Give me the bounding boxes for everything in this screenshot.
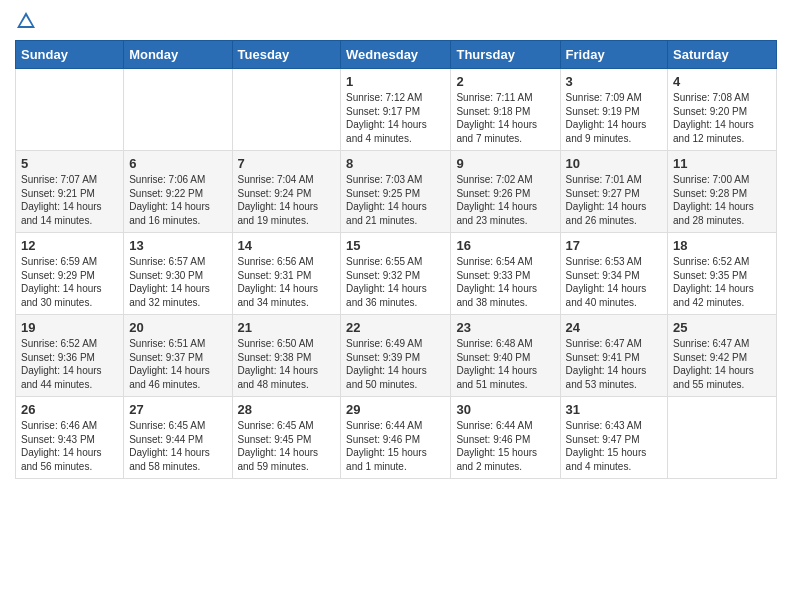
weekday-header-tuesday: Tuesday bbox=[232, 41, 341, 69]
calendar-cell: 3Sunrise: 7:09 AM Sunset: 9:19 PM Daylig… bbox=[560, 69, 667, 151]
calendar-cell: 18Sunrise: 6:52 AM Sunset: 9:35 PM Dayli… bbox=[668, 233, 777, 315]
day-number: 23 bbox=[456, 320, 554, 335]
calendar-cell: 9Sunrise: 7:02 AM Sunset: 9:26 PM Daylig… bbox=[451, 151, 560, 233]
day-info: Sunrise: 7:07 AM Sunset: 9:21 PM Dayligh… bbox=[21, 173, 118, 227]
weekday-header-thursday: Thursday bbox=[451, 41, 560, 69]
day-number: 13 bbox=[129, 238, 226, 253]
calendar-cell: 11Sunrise: 7:00 AM Sunset: 9:28 PM Dayli… bbox=[668, 151, 777, 233]
calendar-cell: 13Sunrise: 6:57 AM Sunset: 9:30 PM Dayli… bbox=[124, 233, 232, 315]
calendar-week-row: 5Sunrise: 7:07 AM Sunset: 9:21 PM Daylig… bbox=[16, 151, 777, 233]
calendar-body: 1Sunrise: 7:12 AM Sunset: 9:17 PM Daylig… bbox=[16, 69, 777, 479]
calendar-cell: 22Sunrise: 6:49 AM Sunset: 9:39 PM Dayli… bbox=[341, 315, 451, 397]
calendar-week-row: 26Sunrise: 6:46 AM Sunset: 9:43 PM Dayli… bbox=[16, 397, 777, 479]
day-number: 4 bbox=[673, 74, 771, 89]
calendar-cell bbox=[668, 397, 777, 479]
day-info: Sunrise: 7:06 AM Sunset: 9:22 PM Dayligh… bbox=[129, 173, 226, 227]
day-info: Sunrise: 6:45 AM Sunset: 9:45 PM Dayligh… bbox=[238, 419, 336, 473]
day-info: Sunrise: 6:46 AM Sunset: 9:43 PM Dayligh… bbox=[21, 419, 118, 473]
day-info: Sunrise: 6:45 AM Sunset: 9:44 PM Dayligh… bbox=[129, 419, 226, 473]
calendar-cell: 8Sunrise: 7:03 AM Sunset: 9:25 PM Daylig… bbox=[341, 151, 451, 233]
day-info: Sunrise: 6:59 AM Sunset: 9:29 PM Dayligh… bbox=[21, 255, 118, 309]
calendar-cell: 12Sunrise: 6:59 AM Sunset: 9:29 PM Dayli… bbox=[16, 233, 124, 315]
calendar-cell: 23Sunrise: 6:48 AM Sunset: 9:40 PM Dayli… bbox=[451, 315, 560, 397]
day-info: Sunrise: 6:50 AM Sunset: 9:38 PM Dayligh… bbox=[238, 337, 336, 391]
weekday-header-sunday: Sunday bbox=[16, 41, 124, 69]
day-info: Sunrise: 7:08 AM Sunset: 9:20 PM Dayligh… bbox=[673, 91, 771, 145]
day-number: 25 bbox=[673, 320, 771, 335]
calendar-cell: 30Sunrise: 6:44 AM Sunset: 9:46 PM Dayli… bbox=[451, 397, 560, 479]
weekday-header-friday: Friday bbox=[560, 41, 667, 69]
calendar-cell bbox=[16, 69, 124, 151]
day-info: Sunrise: 6:55 AM Sunset: 9:32 PM Dayligh… bbox=[346, 255, 445, 309]
calendar-cell: 29Sunrise: 6:44 AM Sunset: 9:46 PM Dayli… bbox=[341, 397, 451, 479]
calendar-cell: 14Sunrise: 6:56 AM Sunset: 9:31 PM Dayli… bbox=[232, 233, 341, 315]
day-info: Sunrise: 7:00 AM Sunset: 9:28 PM Dayligh… bbox=[673, 173, 771, 227]
day-number: 1 bbox=[346, 74, 445, 89]
day-info: Sunrise: 7:11 AM Sunset: 9:18 PM Dayligh… bbox=[456, 91, 554, 145]
calendar-week-row: 19Sunrise: 6:52 AM Sunset: 9:36 PM Dayli… bbox=[16, 315, 777, 397]
calendar-cell: 2Sunrise: 7:11 AM Sunset: 9:18 PM Daylig… bbox=[451, 69, 560, 151]
day-number: 30 bbox=[456, 402, 554, 417]
calendar-cell: 24Sunrise: 6:47 AM Sunset: 9:41 PM Dayli… bbox=[560, 315, 667, 397]
calendar-cell: 28Sunrise: 6:45 AM Sunset: 9:45 PM Dayli… bbox=[232, 397, 341, 479]
day-info: Sunrise: 6:52 AM Sunset: 9:35 PM Dayligh… bbox=[673, 255, 771, 309]
day-info: Sunrise: 6:49 AM Sunset: 9:39 PM Dayligh… bbox=[346, 337, 445, 391]
day-info: Sunrise: 6:54 AM Sunset: 9:33 PM Dayligh… bbox=[456, 255, 554, 309]
logo-icon bbox=[15, 10, 37, 32]
calendar-week-row: 12Sunrise: 6:59 AM Sunset: 9:29 PM Dayli… bbox=[16, 233, 777, 315]
day-info: Sunrise: 6:47 AM Sunset: 9:42 PM Dayligh… bbox=[673, 337, 771, 391]
day-number: 28 bbox=[238, 402, 336, 417]
day-info: Sunrise: 6:44 AM Sunset: 9:46 PM Dayligh… bbox=[456, 419, 554, 473]
day-info: Sunrise: 7:09 AM Sunset: 9:19 PM Dayligh… bbox=[566, 91, 662, 145]
day-info: Sunrise: 6:56 AM Sunset: 9:31 PM Dayligh… bbox=[238, 255, 336, 309]
weekday-header-monday: Monday bbox=[124, 41, 232, 69]
calendar-cell: 4Sunrise: 7:08 AM Sunset: 9:20 PM Daylig… bbox=[668, 69, 777, 151]
calendar-cell: 31Sunrise: 6:43 AM Sunset: 9:47 PM Dayli… bbox=[560, 397, 667, 479]
day-number: 15 bbox=[346, 238, 445, 253]
day-number: 9 bbox=[456, 156, 554, 171]
day-number: 17 bbox=[566, 238, 662, 253]
day-number: 12 bbox=[21, 238, 118, 253]
day-number: 27 bbox=[129, 402, 226, 417]
calendar-cell: 25Sunrise: 6:47 AM Sunset: 9:42 PM Dayli… bbox=[668, 315, 777, 397]
calendar-header: SundayMondayTuesdayWednesdayThursdayFrid… bbox=[16, 41, 777, 69]
calendar-cell: 19Sunrise: 6:52 AM Sunset: 9:36 PM Dayli… bbox=[16, 315, 124, 397]
day-number: 14 bbox=[238, 238, 336, 253]
day-info: Sunrise: 6:43 AM Sunset: 9:47 PM Dayligh… bbox=[566, 419, 662, 473]
calendar-cell bbox=[124, 69, 232, 151]
day-info: Sunrise: 6:44 AM Sunset: 9:46 PM Dayligh… bbox=[346, 419, 445, 473]
day-number: 24 bbox=[566, 320, 662, 335]
calendar-cell: 7Sunrise: 7:04 AM Sunset: 9:24 PM Daylig… bbox=[232, 151, 341, 233]
day-info: Sunrise: 7:03 AM Sunset: 9:25 PM Dayligh… bbox=[346, 173, 445, 227]
day-number: 19 bbox=[21, 320, 118, 335]
day-number: 31 bbox=[566, 402, 662, 417]
logo bbox=[15, 10, 41, 32]
calendar-cell bbox=[232, 69, 341, 151]
day-number: 3 bbox=[566, 74, 662, 89]
calendar-cell: 17Sunrise: 6:53 AM Sunset: 9:34 PM Dayli… bbox=[560, 233, 667, 315]
day-number: 18 bbox=[673, 238, 771, 253]
calendar-cell: 6Sunrise: 7:06 AM Sunset: 9:22 PM Daylig… bbox=[124, 151, 232, 233]
weekday-header-wednesday: Wednesday bbox=[341, 41, 451, 69]
day-number: 29 bbox=[346, 402, 445, 417]
calendar-cell: 26Sunrise: 6:46 AM Sunset: 9:43 PM Dayli… bbox=[16, 397, 124, 479]
weekday-header-row: SundayMondayTuesdayWednesdayThursdayFrid… bbox=[16, 41, 777, 69]
day-info: Sunrise: 6:48 AM Sunset: 9:40 PM Dayligh… bbox=[456, 337, 554, 391]
day-number: 11 bbox=[673, 156, 771, 171]
calendar-cell: 15Sunrise: 6:55 AM Sunset: 9:32 PM Dayli… bbox=[341, 233, 451, 315]
day-info: Sunrise: 6:47 AM Sunset: 9:41 PM Dayligh… bbox=[566, 337, 662, 391]
calendar-cell: 27Sunrise: 6:45 AM Sunset: 9:44 PM Dayli… bbox=[124, 397, 232, 479]
calendar-table: SundayMondayTuesdayWednesdayThursdayFrid… bbox=[15, 40, 777, 479]
calendar-cell: 1Sunrise: 7:12 AM Sunset: 9:17 PM Daylig… bbox=[341, 69, 451, 151]
calendar-cell: 16Sunrise: 6:54 AM Sunset: 9:33 PM Dayli… bbox=[451, 233, 560, 315]
header bbox=[15, 10, 777, 32]
calendar-cell: 10Sunrise: 7:01 AM Sunset: 9:27 PM Dayli… bbox=[560, 151, 667, 233]
calendar-cell: 5Sunrise: 7:07 AM Sunset: 9:21 PM Daylig… bbox=[16, 151, 124, 233]
day-number: 10 bbox=[566, 156, 662, 171]
weekday-header-saturday: Saturday bbox=[668, 41, 777, 69]
page: SundayMondayTuesdayWednesdayThursdayFrid… bbox=[0, 0, 792, 612]
day-number: 26 bbox=[21, 402, 118, 417]
day-info: Sunrise: 7:01 AM Sunset: 9:27 PM Dayligh… bbox=[566, 173, 662, 227]
calendar-cell: 20Sunrise: 6:51 AM Sunset: 9:37 PM Dayli… bbox=[124, 315, 232, 397]
day-info: Sunrise: 7:12 AM Sunset: 9:17 PM Dayligh… bbox=[346, 91, 445, 145]
